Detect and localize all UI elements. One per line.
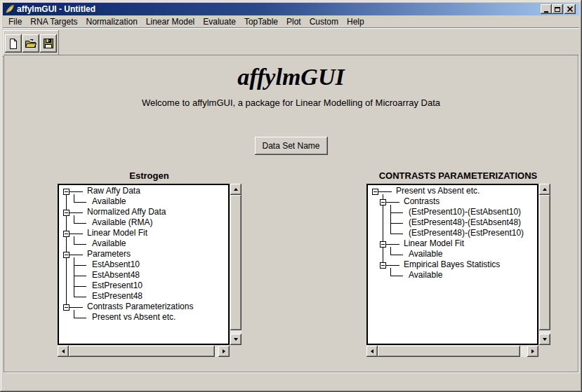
data-set-name-button[interactable]: Data Set Name	[254, 137, 327, 155]
welcome-text: Welcome to affylmGUI, a package for Line…	[4, 97, 578, 108]
tree-line	[74, 310, 74, 318]
tree-line	[74, 265, 86, 266]
close-button[interactable]	[564, 4, 576, 14]
tree-node-label[interactable]: Available	[92, 196, 126, 207]
tree-expand-toggle[interactable]	[380, 241, 386, 248]
tree-node-label[interactable]: Present vs Absent etc.	[396, 186, 480, 196]
menu-plot[interactable]: Plot	[282, 16, 305, 27]
tree-line	[390, 247, 391, 255]
minimize-button[interactable]	[541, 4, 552, 14]
titlebar[interactable]: affylmGUI - Untitled	[3, 3, 579, 15]
tree-line	[386, 265, 399, 266]
contrasts-vertical-scrollbar[interactable]	[539, 184, 550, 345]
menu-toptable[interactable]: TopTable	[240, 16, 282, 27]
new-file-button[interactable]	[5, 34, 22, 53]
contrasts-tree[interactable]: Present vs Absent etc.Contrasts(EstPrese…	[368, 185, 537, 344]
tree-node-label[interactable]: Contrasts	[404, 196, 439, 207]
window-controls	[541, 4, 576, 14]
tree-node-label[interactable]: Normalized Affy Data	[87, 207, 166, 217]
tree-line	[66, 191, 67, 308]
estrogen-treebox[interactable]: Raw Affy DataAvailableNormalized Affy Da…	[58, 184, 230, 345]
tree-node-label[interactable]: Contrasts Parameterizations	[87, 302, 193, 312]
contrasts-treebox[interactable]: Present vs Absent etc.Contrasts(EstPrese…	[366, 184, 538, 345]
vertical-scroll-thumb[interactable]	[230, 195, 242, 330]
chevron-up-icon	[234, 188, 238, 191]
maximize-button[interactable]	[552, 4, 563, 14]
scroll-track[interactable]	[520, 346, 527, 357]
contrasts-panel-label: CONTRASTS PARAMETERIZATIONS	[366, 170, 550, 182]
tree-line	[390, 223, 403, 224]
tree-line	[74, 257, 74, 297]
tree-expand-toggle[interactable]	[380, 199, 386, 205]
tree-node-label[interactable]: (EstPresent10)-(EstAbsent10)	[409, 207, 521, 217]
tree-line	[74, 223, 86, 224]
tree-node-label[interactable]: EstAbsent48	[92, 270, 140, 281]
tree-expand-toggle[interactable]	[63, 304, 70, 311]
tree-line	[74, 236, 74, 245]
tree-line	[74, 276, 86, 276]
chevron-down-icon	[543, 338, 547, 341]
menubar: File RNA Targets Normalization Linear Mo…	[3, 15, 579, 28]
screen: affylmGUI - Untitled File RNA Targets No…	[0, 0, 582, 392]
tree-expand-toggle[interactable]	[63, 189, 70, 195]
main-content: affylmGUI Welcome to affylmGUI, a packag…	[4, 55, 578, 372]
tree-node-label[interactable]: Available (RMA)	[92, 217, 152, 228]
new-document-icon	[8, 38, 19, 50]
tree-node-label[interactable]: EstPresent48	[92, 291, 143, 302]
tree-node-label[interactable]: Present vs Absent etc.	[92, 312, 176, 323]
scroll-up-button[interactable]	[539, 184, 550, 195]
tree-node-label[interactable]: Available	[92, 238, 126, 249]
tree-expand-toggle[interactable]	[63, 210, 70, 216]
menu-evaluate[interactable]: Evaluate	[199, 16, 240, 27]
scroll-left-button[interactable]	[58, 346, 69, 357]
scroll-right-button[interactable]	[527, 346, 538, 357]
tree-expand-toggle[interactable]	[372, 189, 378, 195]
horizontal-scroll-thumb[interactable]	[378, 346, 520, 357]
tree-line	[74, 215, 74, 224]
menu-custom[interactable]: Custom	[305, 16, 343, 27]
estrogen-vertical-scrollbar[interactable]	[230, 184, 242, 345]
vertical-scroll-thumb[interactable]	[539, 195, 550, 330]
toolbar	[3, 30, 59, 57]
menu-linear-model[interactable]: Linear Model	[142, 16, 199, 27]
chevron-right-icon	[223, 349, 225, 353]
menu-normalization[interactable]: Normalization	[82, 16, 142, 27]
tree-expand-toggle[interactable]	[380, 262, 386, 269]
tree-node-label[interactable]: Linear Model Fit	[404, 238, 464, 249]
tree-node-label[interactable]: (EstPresent48)-(EstAbsent48)	[409, 217, 521, 228]
tree-expand-toggle[interactable]	[63, 252, 70, 258]
tree-line	[390, 205, 391, 234]
horizontal-scroll-thumb[interactable]	[69, 346, 215, 357]
minimize-icon	[544, 11, 548, 13]
tree-expand-toggle[interactable]	[63, 231, 70, 237]
estrogen-tree[interactable]: Raw Affy DataAvailableNormalized Affy Da…	[59, 185, 228, 344]
tree-node-label[interactable]: EstPresent10	[92, 281, 143, 291]
tree-node-label[interactable]: Available	[409, 249, 442, 259]
tree-node-label[interactable]: Linear Model Fit	[87, 228, 147, 238]
tree-node-label[interactable]: Raw Affy Data	[87, 186, 140, 196]
maximize-icon	[555, 7, 560, 12]
tree-line	[386, 244, 399, 245]
tree-line	[70, 234, 83, 234]
contrasts-horizontal-scrollbar[interactable]	[366, 346, 538, 357]
tree-node-label[interactable]: Available	[409, 270, 442, 281]
scroll-down-button[interactable]	[539, 334, 550, 345]
save-file-button[interactable]	[40, 34, 57, 53]
scroll-down-button[interactable]	[230, 334, 242, 345]
tree-node-label[interactable]: Parameters	[87, 249, 131, 259]
tree-line	[386, 202, 399, 203]
tree-node-label[interactable]: Empirical Bayes Statistics	[404, 259, 500, 270]
tree-node-label[interactable]: (EstPresent48)-(EstPresent10)	[409, 228, 524, 238]
menu-rna-targets[interactable]: RNA Targets	[26, 16, 81, 27]
page-title: affylmGUI	[4, 64, 578, 90]
estrogen-horizontal-scrollbar[interactable]	[58, 346, 230, 357]
tree-node-label[interactable]: EstAbsent10	[92, 259, 140, 270]
open-file-button[interactable]	[22, 34, 39, 53]
menu-file[interactable]: File	[4, 16, 26, 27]
chevron-right-icon	[531, 349, 534, 353]
chevron-left-icon	[371, 349, 373, 353]
scroll-up-button[interactable]	[230, 184, 242, 195]
scroll-right-button[interactable]	[218, 346, 230, 357]
menu-help[interactable]: Help	[343, 16, 369, 27]
scroll-left-button[interactable]	[366, 346, 378, 357]
